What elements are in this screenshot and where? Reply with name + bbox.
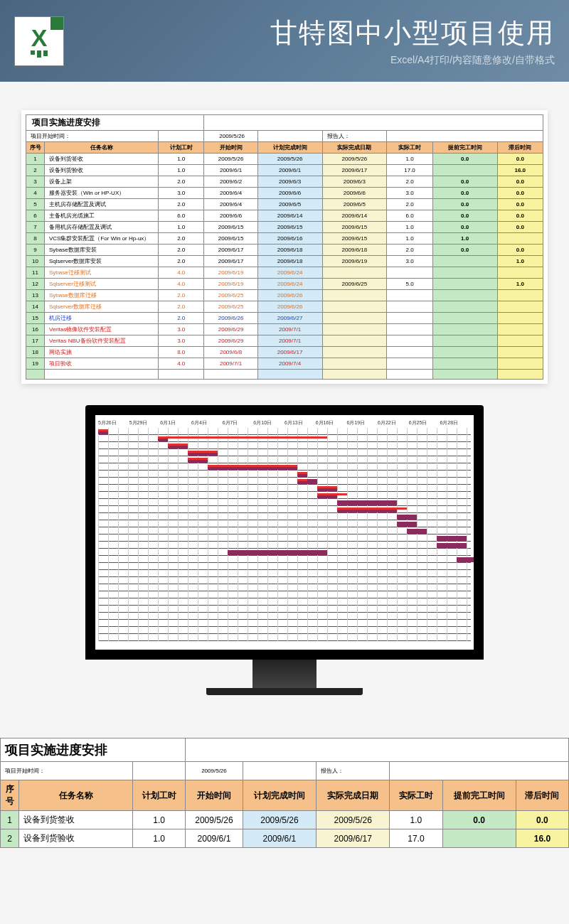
sheet-title-bottom: 项目实施进度安排 (1, 738, 186, 762)
gantt-date-label: 6月28日 (440, 419, 471, 426)
reporter-label-bottom: 报告人： (317, 762, 390, 780)
col-seq-b: 序号 (1, 780, 19, 811)
start-date-value-bottom: 2009/5/26 (186, 762, 243, 780)
table-row: 5主机房存储配置及调试2.02009/6/42009/6/52009/6/52.… (26, 199, 543, 210)
gantt-plan-bar (407, 529, 427, 534)
col-early: 提前完工时间 (432, 142, 497, 154)
start-date-value: 2009/5/26 (204, 131, 257, 142)
gantt-actual-bar (158, 436, 327, 439)
gantt-actual-bar (297, 472, 307, 474)
gantt-date-label: 6月19日 (346, 419, 378, 426)
excel-file-icon: X (14, 16, 64, 66)
reporter-label: 报告人： (322, 131, 387, 142)
page-subtitle: Excel/A4打印/内容随意修改/自带格式 (75, 54, 555, 67)
col-name-b: 任务名称 (19, 780, 133, 811)
table-row: 4服务器安装（Win or HP-UX）3.02009/6/42009/6/62… (26, 188, 543, 199)
col-ae-b: 实际完成日期 (317, 780, 390, 811)
col-plan-end: 计划完成时间 (257, 142, 322, 154)
gantt-plan-bar (437, 543, 467, 548)
col-actual-end: 实际完成日期 (322, 142, 387, 154)
table-row: 15机房迁移2.02009/6/262009/6/27 (26, 313, 543, 324)
gantt-date-label: 6月16日 (316, 419, 347, 426)
table-row: 12Sqlserver迁移测试4.02009/6/192009/6/242009… (26, 279, 543, 290)
col-late: 滞后时间 (497, 142, 543, 154)
gantt-actual-bar (188, 451, 218, 453)
table-row: 1设备到货签收1.02009/5/262009/5/262009/5/261.0… (1, 811, 569, 829)
gantt-date-label: 6月4日 (191, 419, 223, 426)
gantt-date-label: 6月13日 (284, 419, 316, 426)
gantt-plan-bar (437, 536, 467, 541)
table-row: 3设备上架2.02009/6/22009/6/32009/6/32.00.00.… (26, 176, 543, 188)
gantt-plan-bar (228, 550, 327, 555)
col-name: 任务名称 (45, 142, 159, 154)
table-row: 6主备机房光缆施工6.02009/6/62009/6/142009/6/146.… (26, 210, 543, 222)
table-row: 11Sybase迁移测试4.02009/6/192009/6/24 (26, 267, 543, 279)
col-seq: 序号 (26, 142, 45, 154)
gantt-actual-bar (337, 507, 407, 510)
col-st-b: 开始时间 (186, 780, 243, 811)
gantt-actual-bar (188, 458, 208, 460)
col-early-b: 提前完工时间 (442, 780, 516, 811)
gantt-plan-bar (457, 557, 474, 562)
monitor-mockup: 5月26日5月29日6月1日6月4日6月7日6月10日6月13日6月16日6月1… (0, 405, 569, 695)
col-ah-b: 实际工时 (390, 780, 442, 811)
header-banner: X 甘特图中小型项目使用 Excel/A4打印/内容随意修改/自带格式 (0, 0, 569, 82)
col-pe-b: 计划完成时间 (243, 780, 316, 811)
table-row: 13Sybase数据库迁移2.02009/6/252009/6/26 (26, 290, 543, 301)
col-ph-b: 计划工时 (133, 780, 186, 811)
project-schedule-table: 项目实施进度安排 项目开始时间： 2009/5/26 报告人： 序号 任务名称 … (26, 114, 543, 380)
table-row: 18网络实施8.02009/6/82009/6/17 (26, 347, 543, 358)
gantt-date-label: 5月29日 (129, 419, 161, 426)
col-start: 开始时间 (204, 142, 257, 154)
gantt-actual-bar (168, 444, 188, 446)
gantt-actual-bar (317, 486, 337, 488)
gantt-actual-bar (208, 465, 297, 467)
table-row: 17Veritas NBU备份软件安装配置3.02009/6/292009/7/… (26, 335, 543, 347)
col-late-b: 滞后时间 (516, 780, 568, 811)
col-actual-hours: 实际工时 (387, 142, 432, 154)
gantt-actual-bar (98, 429, 108, 431)
table-row: 1设备到货签收1.02009/5/262009/5/262009/5/261.0… (26, 154, 543, 165)
col-plan-hours: 计划工时 (159, 142, 204, 154)
gantt-plan-bar (397, 515, 417, 520)
gantt-actual-bar (297, 479, 307, 481)
sheet-title: 项目实施进度安排 (26, 115, 204, 131)
table-row: 10Sqlserver数据库安装2.02009/6/172009/6/18200… (26, 256, 543, 267)
page-title: 甘特图中小型项目使用 (75, 15, 555, 51)
start-date-label: 项目开始时间： (26, 131, 159, 142)
spreadsheet-preview: 项目实施进度安排 项目开始时间： 2009/5/26 报告人： 序号 任务名称 … (21, 110, 548, 384)
bottom-spreadsheet-preview: 项目实施进度安排 项目开始时间： 2009/5/26 报告人： 序号 任务名称 … (0, 738, 569, 848)
gantt-plan-bar (397, 522, 417, 527)
table-row: 2设备到货验收1.02009/6/12009/6/12009/6/1717.01… (26, 165, 543, 176)
table-row: 2设备到货验收1.02009/6/12009/6/12009/6/1717.01… (1, 829, 569, 848)
table-row: 8VCS集群安装配置（For Win or Hp-ux）2.02009/6/15… (26, 233, 543, 245)
gantt-date-label: 6月7日 (223, 419, 254, 426)
gantt-plan-bar (337, 500, 397, 505)
gantt-date-label: 6月22日 (378, 419, 409, 426)
table-row: 7备用机房存储配置及调试1.02009/6/152009/6/152009/6/… (26, 222, 543, 233)
gantt-date-label: 6月10日 (253, 419, 284, 426)
gantt-actual-bar (317, 493, 347, 495)
table-row: 19项目验收4.02009/7/12009/7/4 (26, 358, 543, 370)
table-row: 9Sybase数据库安装2.02009/6/172009/6/182009/6/… (26, 245, 543, 256)
table-row: 14Sqlserver数据库迁移2.02009/6/252009/6/26 (26, 301, 543, 313)
gantt-date-label: 6月1日 (160, 419, 191, 426)
gantt-date-label: 5月26日 (98, 419, 129, 426)
start-date-label-bottom: 项目开始时间： (1, 762, 133, 780)
gantt-chart: 5月26日5月29日6月1日6月4日6月7日6月10日6月13日6月16日6月1… (95, 415, 474, 650)
table-row: 16Veritas镜像软件安装配置3.02009/6/292009/7/1 (26, 324, 543, 335)
gantt-date-label: 6月25日 (409, 419, 440, 426)
